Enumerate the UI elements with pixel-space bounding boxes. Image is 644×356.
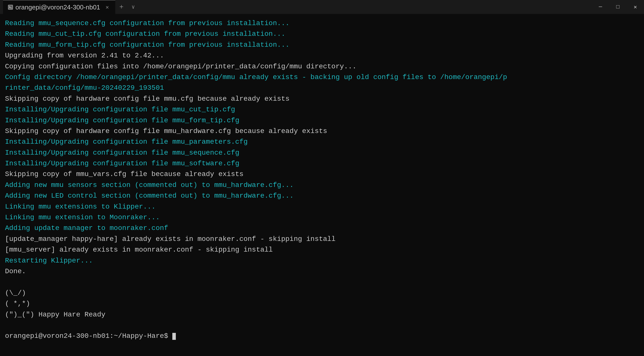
terminal-line: Config directory /home/orangepi/printer_… [5,72,639,93]
terminal-line: Installing/Upgrading configuration file … [5,104,639,115]
terminal-line: Reading mmu_form_tip.cfg configuration f… [5,39,639,50]
terminal-line: Reading mmu_sequence.cfg configuration f… [5,18,639,29]
terminal-line: Restarting Klipper... [5,255,639,266]
terminal-line: [update_manager happy-hare] already exis… [5,234,639,244]
window-controls: ─ □ ✕ [592,0,644,14]
terminal-line: (\_/) [5,288,639,298]
titlebar-left: orangepi@voron24-300-nb01 ✕ + ∨ [3,0,139,14]
terminal-output: Reading mmu_sequence.cfg configuration f… [5,18,639,331]
tab-close-button[interactable]: ✕ [104,3,110,11]
terminal-icon [8,5,13,10]
terminal-line: Done. [5,266,639,277]
minimize-button[interactable]: ─ [592,0,609,14]
prompt-text: orangepi@voron24-300-nb01:~/Happy-Hare$ [5,332,172,340]
terminal-line: Reading mmu_cut_tip.cfg configuration fr… [5,29,639,39]
terminal-line: Skipping copy of hardware config file mm… [5,93,639,104]
terminal-line: (")_(") Happy Hare Ready [5,309,639,320]
terminal-line: Linking mmu extension to Moonraker... [5,212,639,223]
terminal-line: ( *,*) [5,298,639,309]
terminal-line: Upgrading from version 2.41 to 2.42... [5,50,639,61]
titlebar: orangepi@voron24-300-nb01 ✕ + ∨ ─ □ ✕ [0,0,644,14]
terminal-line: Installing/Upgrading configuration file … [5,115,639,126]
terminal-body[interactable]: Reading mmu_sequence.cfg configuration f… [0,14,644,356]
terminal-line: Skipping copy of hardware config file mm… [5,126,639,137]
terminal-line: Skipping copy of mmu_vars.cfg file becau… [5,169,639,179]
terminal-line [5,320,639,331]
tab-title: orangepi@voron24-300-nb01 [16,3,100,11]
terminal-line: Adding new mmu sensors section (commente… [5,180,639,190]
prompt-line: orangepi@voron24-300-nb01:~/Happy-Hare$ [5,331,639,341]
terminal-line [5,277,639,287]
close-button[interactable]: ✕ [626,0,644,14]
terminal-line: [mmu_server] already exists in moonraker… [5,244,639,255]
terminal-line: Installing/Upgrading configuration file … [5,148,639,158]
active-tab[interactable]: orangepi@voron24-300-nb01 ✕ [3,0,115,14]
terminal-line: Installing/Upgrading configuration file … [5,158,639,169]
new-tab-button[interactable]: + [115,1,128,13]
terminal-window: orangepi@voron24-300-nb01 ✕ + ∨ ─ □ ✕ Re… [0,0,644,356]
terminal-line: Adding new LED control section (commente… [5,190,639,201]
dropdown-button[interactable]: ∨ [128,2,139,12]
terminal-line: Linking mmu extensions to Klipper... [5,201,639,212]
maximize-button[interactable]: □ [609,0,626,14]
terminal-line: Adding update manager to moonraker.conf [5,223,639,233]
terminal-line: Copying configuration files into /home/o… [5,61,639,72]
cursor [172,333,176,340]
terminal-line: Installing/Upgrading configuration file … [5,137,639,147]
